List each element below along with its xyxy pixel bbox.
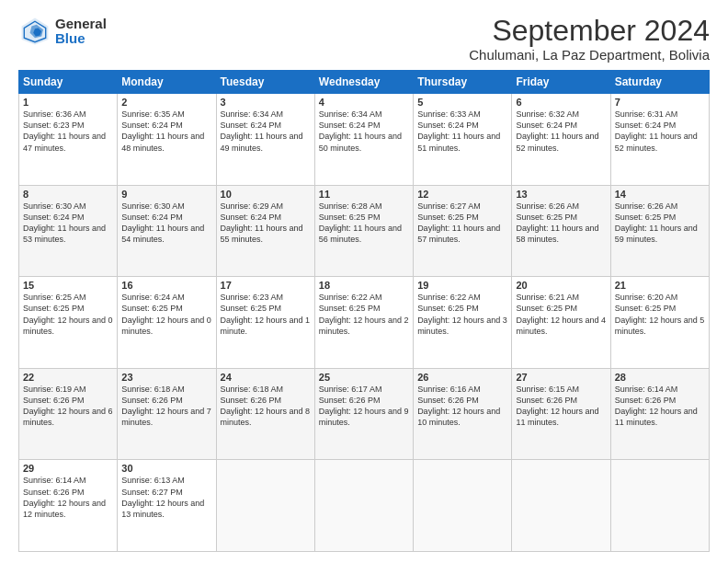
sub-title: Chulumani, La Paz Department, Bolivia — [469, 47, 710, 63]
day-info: Sunrise: 6:26 AMSunset: 6:25 PMDaylight:… — [516, 201, 598, 244]
calendar-header-row: Sunday Monday Tuesday Wednesday Thursday… — [19, 71, 710, 94]
table-row — [216, 460, 314, 552]
table-row: 3Sunrise: 6:34 AMSunset: 6:24 PMDaylight… — [216, 94, 314, 186]
table-row: 1Sunrise: 6:36 AMSunset: 6:23 PMDaylight… — [19, 94, 118, 186]
table-row: 10Sunrise: 6:29 AMSunset: 6:24 PMDayligh… — [216, 185, 314, 277]
day-number: 4 — [319, 97, 409, 108]
logo-blue-text: Blue — [55, 31, 107, 47]
day-info: Sunrise: 6:24 AMSunset: 6:25 PMDaylight:… — [121, 293, 211, 335]
main-title: September 2024 — [469, 15, 710, 47]
day-info: Sunrise: 6:30 AMSunset: 6:24 PMDaylight:… — [121, 201, 204, 244]
col-friday: Friday — [512, 71, 610, 94]
table-row — [414, 460, 512, 552]
day-number: 16 — [121, 280, 211, 291]
day-number: 18 — [319, 280, 409, 291]
day-number: 29 — [23, 463, 113, 474]
table-row: 15Sunrise: 6:25 AMSunset: 6:25 PMDayligh… — [19, 277, 118, 369]
day-info: Sunrise: 6:22 AMSunset: 6:25 PMDaylight:… — [417, 293, 507, 335]
day-number: 27 — [516, 372, 606, 383]
col-wednesday: Wednesday — [314, 71, 413, 94]
day-number: 28 — [615, 372, 705, 383]
day-info: Sunrise: 6:26 AMSunset: 6:25 PMDaylight:… — [615, 201, 698, 244]
table-row: 11Sunrise: 6:28 AMSunset: 6:25 PMDayligh… — [314, 185, 413, 277]
day-number: 17 — [221, 280, 311, 291]
day-number: 11 — [319, 189, 409, 200]
day-info: Sunrise: 6:22 AMSunset: 6:25 PMDaylight:… — [319, 293, 409, 335]
col-sunday: Sunday — [19, 71, 118, 94]
table-row: 27Sunrise: 6:15 AMSunset: 6:26 PMDayligh… — [512, 368, 610, 460]
day-number: 1 — [23, 97, 113, 108]
table-row: 21Sunrise: 6:20 AMSunset: 6:25 PMDayligh… — [610, 277, 709, 369]
table-row — [512, 460, 610, 552]
logo-text: General Blue — [55, 17, 107, 47]
table-row: 16Sunrise: 6:24 AMSunset: 6:25 PMDayligh… — [118, 277, 216, 369]
table-row: 23Sunrise: 6:18 AMSunset: 6:26 PMDayligh… — [118, 368, 216, 460]
table-row: 12Sunrise: 6:27 AMSunset: 6:25 PMDayligh… — [414, 185, 512, 277]
table-row: 17Sunrise: 6:23 AMSunset: 6:25 PMDayligh… — [216, 277, 314, 369]
table-row: 13Sunrise: 6:26 AMSunset: 6:25 PMDayligh… — [512, 185, 610, 277]
day-number: 14 — [615, 189, 705, 200]
day-number: 7 — [615, 97, 705, 108]
table-row: 18Sunrise: 6:22 AMSunset: 6:25 PMDayligh… — [314, 277, 413, 369]
day-info: Sunrise: 6:27 AMSunset: 6:25 PMDaylight:… — [417, 201, 500, 244]
calendar-week-row: 8Sunrise: 6:30 AMSunset: 6:24 PMDaylight… — [19, 185, 710, 277]
day-info: Sunrise: 6:17 AMSunset: 6:26 PMDaylight:… — [319, 385, 409, 427]
day-number: 2 — [121, 97, 211, 108]
day-info: Sunrise: 6:16 AMSunset: 6:26 PMDaylight:… — [417, 385, 500, 427]
table-row: 22Sunrise: 6:19 AMSunset: 6:26 PMDayligh… — [19, 368, 118, 460]
day-number: 3 — [221, 97, 311, 108]
table-row: 24Sunrise: 6:18 AMSunset: 6:26 PMDayligh… — [216, 368, 314, 460]
calendar-week-row: 15Sunrise: 6:25 AMSunset: 6:25 PMDayligh… — [19, 277, 710, 369]
table-row: 2Sunrise: 6:35 AMSunset: 6:24 PMDaylight… — [118, 94, 216, 186]
day-number: 13 — [516, 189, 606, 200]
table-row — [610, 460, 709, 552]
day-number: 19 — [417, 280, 507, 291]
day-number: 12 — [417, 189, 507, 200]
col-thursday: Thursday — [414, 71, 512, 94]
day-number: 26 — [417, 372, 507, 383]
day-info: Sunrise: 6:30 AMSunset: 6:24 PMDaylight:… — [23, 201, 106, 244]
table-row: 6Sunrise: 6:32 AMSunset: 6:24 PMDaylight… — [512, 94, 610, 186]
col-tuesday: Tuesday — [216, 71, 314, 94]
day-info: Sunrise: 6:14 AMSunset: 6:26 PMDaylight:… — [23, 476, 106, 518]
calendar-week-row: 29Sunrise: 6:14 AMSunset: 6:26 PMDayligh… — [19, 460, 710, 552]
table-row: 19Sunrise: 6:22 AMSunset: 6:25 PMDayligh… — [414, 277, 512, 369]
table-row: 30Sunrise: 6:13 AMSunset: 6:27 PMDayligh… — [118, 460, 216, 552]
col-saturday: Saturday — [610, 71, 709, 94]
table-row — [314, 460, 413, 552]
day-number: 21 — [615, 280, 705, 291]
table-row: 28Sunrise: 6:14 AMSunset: 6:26 PMDayligh… — [610, 368, 709, 460]
day-info: Sunrise: 6:33 AMSunset: 6:24 PMDaylight:… — [417, 109, 500, 152]
day-number: 23 — [121, 372, 211, 383]
header: General Blue September 2024 Chulumani, L… — [18, 15, 710, 63]
day-number: 22 — [23, 372, 113, 383]
day-info: Sunrise: 6:20 AMSunset: 6:25 PMDaylight:… — [615, 293, 705, 335]
day-info: Sunrise: 6:15 AMSunset: 6:26 PMDaylight:… — [516, 385, 598, 427]
day-number: 10 — [221, 189, 311, 200]
calendar-table: Sunday Monday Tuesday Wednesday Thursday… — [18, 70, 710, 552]
table-row: 26Sunrise: 6:16 AMSunset: 6:26 PMDayligh… — [414, 368, 512, 460]
day-info: Sunrise: 6:28 AMSunset: 6:25 PMDaylight:… — [319, 201, 402, 244]
day-number: 24 — [221, 372, 311, 383]
day-info: Sunrise: 6:18 AMSunset: 6:26 PMDaylight:… — [121, 385, 211, 427]
table-row: 9Sunrise: 6:30 AMSunset: 6:24 PMDaylight… — [118, 185, 216, 277]
table-row: 8Sunrise: 6:30 AMSunset: 6:24 PMDaylight… — [19, 185, 118, 277]
calendar-week-row: 1Sunrise: 6:36 AMSunset: 6:23 PMDaylight… — [19, 94, 710, 186]
table-row: 25Sunrise: 6:17 AMSunset: 6:26 PMDayligh… — [314, 368, 413, 460]
table-row: 4Sunrise: 6:34 AMSunset: 6:24 PMDaylight… — [314, 94, 413, 186]
table-row: 5Sunrise: 6:33 AMSunset: 6:24 PMDaylight… — [414, 94, 512, 186]
logo-general-text: General — [55, 17, 107, 32]
logo: General Blue — [18, 15, 107, 48]
day-info: Sunrise: 6:32 AMSunset: 6:24 PMDaylight:… — [516, 109, 598, 152]
day-number: 6 — [516, 97, 606, 108]
day-info: Sunrise: 6:31 AMSunset: 6:24 PMDaylight:… — [615, 109, 698, 152]
day-info: Sunrise: 6:25 AMSunset: 6:25 PMDaylight:… — [23, 293, 113, 335]
day-info: Sunrise: 6:21 AMSunset: 6:25 PMDaylight:… — [516, 293, 606, 335]
day-info: Sunrise: 6:23 AMSunset: 6:25 PMDaylight:… — [221, 293, 311, 335]
col-monday: Monday — [118, 71, 216, 94]
table-row: 14Sunrise: 6:26 AMSunset: 6:25 PMDayligh… — [610, 185, 709, 277]
table-row: 20Sunrise: 6:21 AMSunset: 6:25 PMDayligh… — [512, 277, 610, 369]
day-info: Sunrise: 6:34 AMSunset: 6:24 PMDaylight:… — [319, 109, 402, 152]
day-info: Sunrise: 6:36 AMSunset: 6:23 PMDaylight:… — [23, 109, 106, 152]
page: General Blue September 2024 Chulumani, L… — [0, 0, 728, 563]
